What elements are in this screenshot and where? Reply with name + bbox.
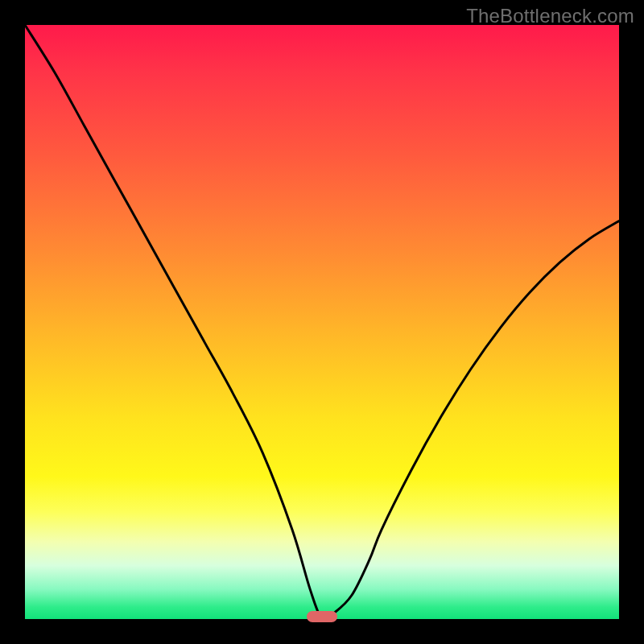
optimum-marker [307,611,337,622]
plot-area [25,25,619,619]
watermark-text: TheBottleneck.com [466,5,634,27]
bottleneck-curve [25,25,619,619]
chart-frame: TheBottleneck.com [0,0,644,644]
